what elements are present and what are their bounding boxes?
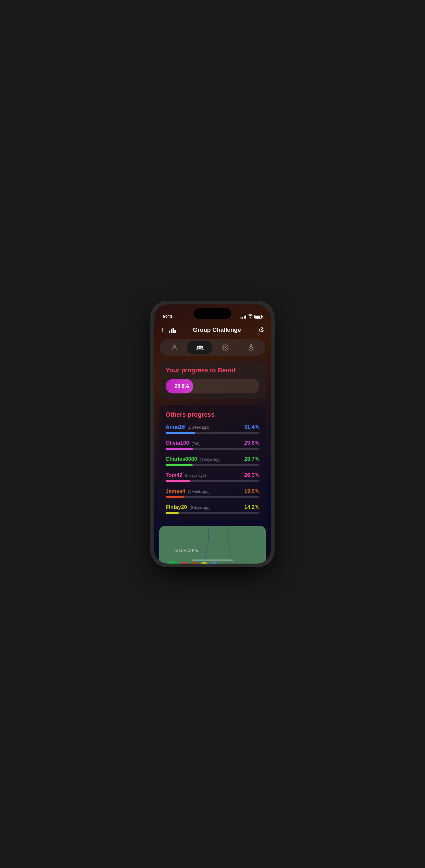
svg-rect-8 [159, 526, 266, 564]
chart-icon [169, 327, 176, 333]
map-region-label: EUROPE [175, 548, 200, 553]
map-background: EUROPE 🏳 Rome Istanbul [159, 526, 266, 564]
target-icon [222, 344, 229, 351]
user-name-group: Tom42 (6 days ago) [166, 472, 206, 478]
tab-medal[interactable] [238, 341, 263, 354]
user-row-tom42: Tom42 (6 days ago) 26.3% [166, 472, 259, 482]
user-meta-finlay20: (6 days ago) [190, 505, 210, 510]
user-bar-outer-finlay20 [166, 512, 259, 514]
tab-target[interactable] [213, 341, 238, 354]
user-row-olivia100: Olivia100 (You) 29.6% [166, 440, 259, 450]
signal-bar-1 [240, 317, 242, 318]
group-icon [196, 344, 204, 351]
signal-bars-icon [240, 315, 246, 318]
tab-bar [160, 339, 265, 356]
status-icons [240, 314, 262, 319]
user-bar-outer-james4 [166, 496, 259, 498]
user-bar-fill-tom42 [166, 480, 190, 482]
settings-icon[interactable]: ⚙ [258, 326, 264, 334]
user-row-anna16: Anna16 (1 week ago) 31.4% [166, 424, 259, 434]
map-section[interactable]: EUROPE 🏳 Rome Istanbul [159, 526, 266, 564]
user-name-anna16: Anna16 [166, 424, 185, 430]
medal-icon [248, 344, 254, 351]
tab-person[interactable] [162, 341, 187, 354]
my-progress-card: Your progress to Beirut 29.6% [159, 361, 266, 399]
user-bar-fill-finlay20 [166, 512, 179, 514]
user-name-group: Charles8080 (4 days ago) [166, 456, 221, 462]
user-percent-james4: 19.5% [244, 488, 259, 494]
user-percent-olivia100: 29.6% [244, 440, 259, 446]
user-name-group: Finlay20 (6 days ago) [166, 504, 210, 510]
user-percent-charles8080: 28.7% [244, 456, 259, 462]
user-name-group: James4 (1 week ago) [166, 488, 210, 494]
chart-bar-2 [171, 329, 172, 333]
user-bar-outer-anna16 [166, 432, 259, 434]
user-percent-finlay20: 14.2% [244, 504, 259, 510]
user-bar-outer-tom42 [166, 480, 259, 482]
user-bar-fill-olivia100 [166, 448, 193, 450]
tab-group[interactable] [187, 341, 213, 354]
user-meta-tom42: (6 days ago) [185, 473, 206, 478]
user-name-james4: James4 [166, 488, 185, 494]
user-bar-outer-charles8080 [166, 464, 259, 466]
person-icon [171, 344, 178, 351]
user-meta-olivia100: (You) [192, 441, 201, 446]
phone-shell: 9:41 + [151, 301, 274, 567]
others-title: Others progress [166, 411, 259, 418]
chart-bar-4 [174, 330, 176, 333]
svg-point-3 [201, 346, 203, 348]
user-name-group: Olivia100 (You) [166, 440, 201, 446]
user-name-charles8080: Charles8080 [166, 456, 197, 462]
main-content[interactable]: + Group Challenge ⚙ [154, 321, 271, 564]
battery-fill [255, 316, 260, 318]
battery-icon [254, 315, 262, 318]
user-bar-fill-charles8080 [166, 464, 193, 466]
user-bar-fill-james4 [166, 496, 184, 498]
progress-bar-fill: 29.6% [166, 379, 193, 394]
user-row-james4: James4 (1 week ago) 19.5% [166, 488, 259, 498]
signal-bar-2 [242, 317, 243, 318]
svg-point-6 [225, 347, 226, 348]
user-row-header: Anna16 (1 week ago) 31.4% [166, 424, 259, 430]
user-name-tom42: Tom42 [166, 472, 182, 478]
page-title: Group Challenge [179, 327, 254, 333]
user-row-header: Charles8080 (4 days ago) 28.7% [166, 456, 259, 462]
home-indicator [192, 559, 233, 561]
status-time: 9:41 [163, 314, 172, 319]
user-meta-anna16: (1 week ago) [187, 425, 209, 430]
signal-bar-4 [245, 315, 246, 318]
user-name-group: Anna16 (1 week ago) [166, 424, 209, 430]
user-percent-tom42: 26.3% [244, 472, 259, 478]
user-row-charles8080: Charles8080 (4 days ago) 28.7% [166, 456, 259, 466]
chart-bar-1 [169, 331, 170, 333]
svg-point-0 [173, 345, 176, 348]
progress-bar-text: 29.6% [175, 383, 189, 389]
map-svg [159, 526, 266, 564]
signal-bar-3 [244, 316, 245, 318]
others-progress-section: Others progress Anna16 (1 week ago) 31.4… [159, 405, 266, 520]
progress-bar-outer: 29.6% [166, 379, 259, 394]
wifi-icon [248, 314, 253, 319]
svg-point-2 [197, 346, 199, 348]
user-bar-outer-olivia100 [166, 448, 259, 450]
user-row-finlay20: Finlay20 (6 days ago) 14.2% [166, 504, 259, 514]
chart-bar-3 [172, 328, 174, 333]
svg-point-1 [199, 346, 201, 348]
user-row-header: Tom42 (6 days ago) 26.3% [166, 472, 259, 478]
user-meta-charles8080: (4 days ago) [200, 457, 221, 462]
user-name-finlay20: Finlay20 [166, 504, 187, 510]
user-name-olivia100: Olivia100 [166, 440, 189, 446]
user-row-header: Finlay20 (6 days ago) 14.2% [166, 504, 259, 510]
dynamic-island [194, 308, 231, 319]
user-percent-anna16: 31.4% [244, 424, 259, 430]
user-bar-fill-anna16 [166, 432, 195, 434]
user-row-header: Olivia100 (You) 29.6% [166, 440, 259, 446]
user-meta-james4: (1 week ago) [188, 489, 209, 494]
nav-header: + Group Challenge ⚙ [154, 321, 271, 338]
pin-red [177, 560, 192, 564]
user-row-header: James4 (1 week ago) 19.5% [166, 488, 259, 494]
progress-label: Your progress to Beirut [166, 367, 259, 374]
add-button[interactable]: + [161, 326, 165, 334]
